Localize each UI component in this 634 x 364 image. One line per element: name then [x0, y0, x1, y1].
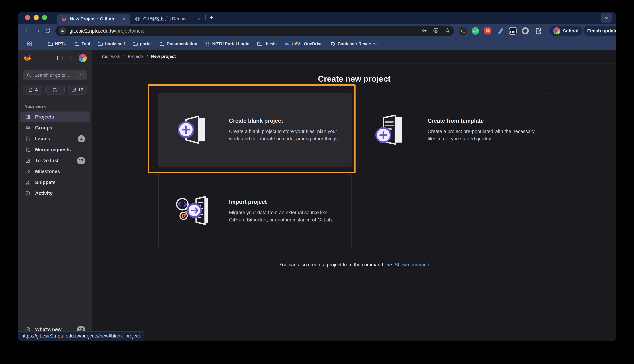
sidebar-item-label: Projects — [35, 114, 54, 120]
back-button[interactable] — [22, 26, 32, 36]
import-illustration-icon — [174, 195, 213, 228]
tab-search-chevron-button[interactable] — [600, 13, 612, 23]
bookmark-label: portal — [140, 42, 152, 46]
reload-button[interactable] — [43, 26, 52, 36]
bookmark-label: thesis — [264, 42, 276, 46]
todo-count: 17 — [78, 87, 83, 92]
create-from-template-card[interactable]: Create from template Create a project pr… — [357, 93, 550, 167]
tab-bar: New Project · GitLab Git 輕鬆上手 | Dennis 的… — [18, 12, 616, 24]
issues-badge: 4 — [78, 135, 85, 142]
sidebar-item-label: Merge requests — [35, 147, 71, 152]
password-manager-key-icon[interactable] — [421, 28, 428, 34]
bookmark-bookshelf[interactable]: bookshelf — [95, 40, 127, 48]
breadcrumb: Your work / Projects / New project — [92, 50, 616, 64]
merge-request-icon — [52, 87, 58, 92]
import-project-card[interactable]: Import project Migrate your data from an… — [158, 174, 352, 248]
todo-count-button[interactable]: 17 — [68, 85, 87, 95]
show-command-link[interactable]: Show command — [395, 262, 429, 268]
close-tab-icon[interactable] — [196, 16, 201, 22]
create-blank-project-card[interactable]: Create blank project Create a blank proj… — [158, 93, 352, 167]
activity-history-icon — [25, 190, 31, 196]
snippets-scissors-icon — [25, 180, 31, 186]
bookmark-label: Container Reverse... — [338, 42, 378, 46]
bookmark-portal[interactable]: portal — [130, 40, 154, 48]
user-avatar[interactable] — [79, 54, 87, 62]
sidebar-item-issues[interactable]: Issues 4 — [20, 133, 90, 144]
minimize-window-button[interactable] — [34, 15, 39, 20]
gitlab-logo-icon[interactable] — [23, 54, 31, 62]
sidebar-item-label: Activity — [35, 190, 52, 196]
merge-request-icon — [25, 147, 31, 153]
green-circle-extension-icon[interactable] — [471, 27, 480, 35]
card-title: Create from template — [428, 118, 540, 124]
search-input[interactable]: Search or go to... / — [23, 70, 87, 80]
tab-separator — [205, 14, 206, 20]
sidebar-item-merge-requests[interactable]: Merge requests — [20, 144, 90, 155]
bookmark-label: Documentation — [166, 42, 197, 46]
terminal-extension-icon[interactable] — [459, 27, 467, 35]
sidebar-item-projects[interactable]: Projects — [20, 112, 90, 122]
card-description: Create a project pre-populated with the … — [428, 128, 540, 142]
bookmark-tool[interactable]: Tool — [72, 40, 92, 48]
sidebar-header — [18, 50, 92, 66]
gitlab-tanuki-icon — [61, 16, 67, 22]
close-window-button[interactable] — [25, 15, 30, 20]
sidebar-item-todo-list[interactable]: To-Do List 17 — [20, 155, 90, 166]
red-fastforward-extension-icon[interactable] — [484, 27, 492, 35]
sidebar-item-snippets[interactable]: Snippets — [20, 177, 90, 188]
bookmarks-bar: NPTU Tool bookshelf portal Documentation… — [18, 38, 616, 50]
zoom-window-button[interactable] — [42, 15, 47, 20]
gray-ring-extension-icon[interactable] — [521, 27, 530, 35]
sidebar-item-groups[interactable]: Groups — [20, 122, 90, 133]
extensions-puzzle-icon[interactable] — [534, 27, 542, 35]
url-text[interactable]: git.csie2.nptu.edu.tw/projects/new — [70, 28, 418, 34]
assigned-issues-button[interactable]: 4 — [23, 85, 42, 95]
tab-git-tutorial[interactable]: Git 輕鬆上手 | Dennis 的家目錄 — [130, 14, 205, 24]
bookmark-thesis[interactable]: thesis — [255, 40, 279, 48]
breadcrumb-projects[interactable]: Projects — [128, 54, 144, 59]
profile-chip[interactable]: School — [550, 26, 582, 36]
bookmark-nptu[interactable]: NPTU — [46, 40, 69, 48]
address-bar[interactable]: git.csie2.nptu.edu.tw/projects/new — [56, 26, 454, 36]
bookmark-star-icon[interactable] — [444, 28, 450, 34]
gitlab-main: Your work / Projects / New project Creat… — [92, 50, 616, 341]
bookmark-documentation[interactable]: Documentation — [157, 40, 200, 48]
profile-label: School — [563, 28, 578, 34]
forward-button[interactable] — [33, 26, 42, 36]
globe-favicon-icon — [134, 16, 140, 22]
sidebar-item-label: Snippets — [35, 180, 56, 185]
template-illustration-icon — [372, 114, 411, 146]
gitlab-sidebar: Search or go to... / 4 17 Your work — [18, 50, 92, 341]
glasses-box-extension-icon[interactable] — [508, 27, 517, 35]
tab-title: New Project · GitLab — [70, 16, 118, 22]
apps-grid-icon[interactable] — [24, 40, 34, 48]
new-tab-button[interactable] — [207, 13, 216, 22]
breadcrumb-separator: / — [124, 54, 125, 59]
create-new-plus-icon[interactable] — [68, 55, 74, 61]
blue-pen-extension-icon[interactable] — [496, 27, 504, 35]
profile-avatar — [553, 27, 560, 34]
url-host: git.csie2.nptu.edu.tw — [70, 28, 115, 34]
card-description: Migrate your data from an external sourc… — [229, 209, 342, 224]
address-bar-actions — [421, 28, 450, 34]
bookmark-container-reverse[interactable]: Container Reverse... — [328, 40, 380, 48]
extensions-area — [459, 27, 542, 35]
sidebar-item-label: To-Do List — [35, 158, 59, 164]
close-tab-icon[interactable] — [121, 16, 126, 22]
sidebar-item-milestones[interactable]: Milestones — [20, 166, 90, 177]
bookmark-uav-onedrive[interactable]: UAV - OneDrive — [282, 40, 325, 48]
bookmark-label: bookshelf — [105, 42, 125, 46]
url-path: /projects/new — [115, 28, 144, 34]
breadcrumb-your-work[interactable]: Your work — [101, 54, 120, 59]
bookmark-nptu-portal-login[interactable]: NPTU Portal Login — [203, 40, 252, 48]
merge-requests-button[interactable] — [46, 85, 64, 95]
sidebar-toggle-icon[interactable] — [57, 55, 63, 61]
blank-project-illustration-icon — [174, 114, 213, 146]
tab-title: Git 輕鬆上手 | Dennis 的家目錄 — [143, 16, 193, 22]
command-line-text: You can also create a project from the c… — [279, 262, 393, 268]
finish-update-button[interactable]: Finish update — [584, 26, 616, 36]
install-app-icon[interactable] — [433, 28, 439, 34]
sidebar-item-activity[interactable]: Activity — [20, 188, 90, 199]
tab-gitlab-new-project[interactable]: New Project · GitLab — [57, 14, 130, 24]
site-settings-icon[interactable] — [59, 27, 66, 34]
